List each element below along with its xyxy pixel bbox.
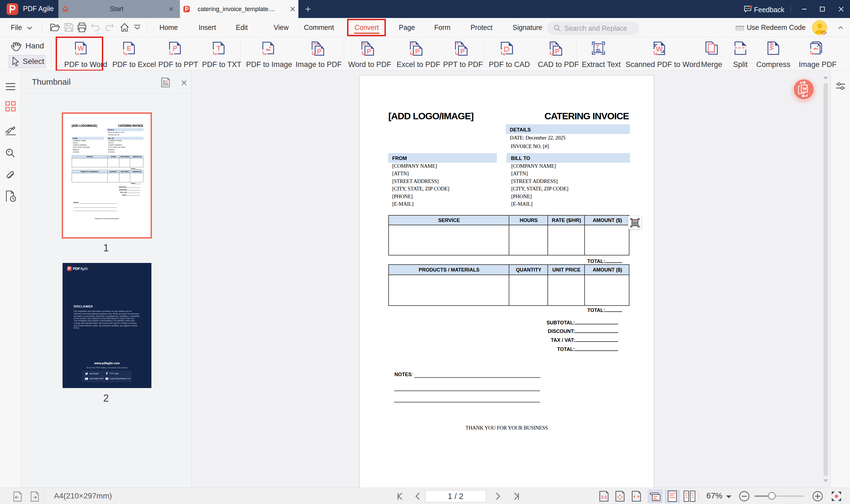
svg-text:P: P: [367, 48, 371, 55]
svg-text:P: P: [173, 44, 177, 52]
svg-text:P: P: [555, 48, 559, 55]
svg-text:T: T: [217, 44, 221, 52]
svg-text:P: P: [415, 48, 420, 55]
svg-text:E: E: [412, 42, 414, 46]
svg-text:W: W: [656, 45, 663, 53]
svg-text:P: P: [457, 42, 459, 46]
svg-text:D: D: [551, 42, 554, 46]
svg-text:P: P: [460, 48, 465, 55]
svg-text:P: P: [317, 48, 321, 55]
svg-text:E: E: [127, 44, 131, 52]
svg-text:W: W: [78, 44, 84, 52]
svg-text:W: W: [363, 42, 366, 46]
svg-text:1:1: 1:1: [601, 494, 607, 499]
